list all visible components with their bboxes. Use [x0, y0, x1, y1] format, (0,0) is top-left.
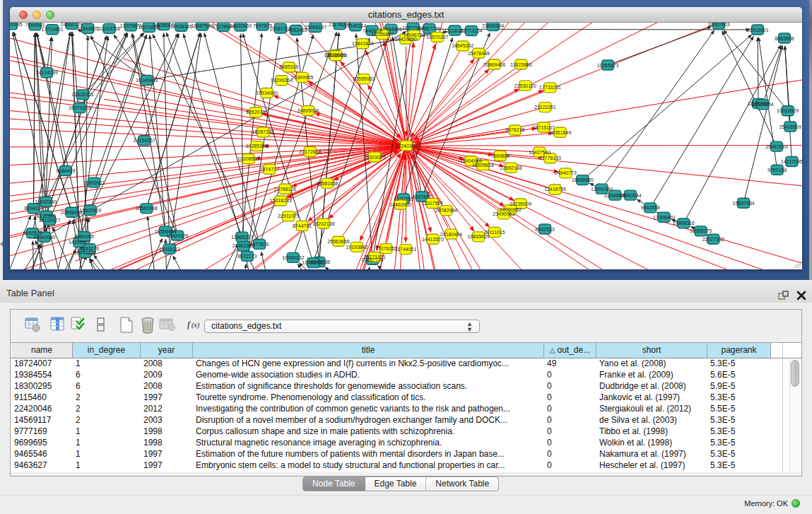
svg-text:7669885: 7669885: [490, 153, 510, 158]
table-row[interactable]: 1456911722003Disruption of a novel membe…: [11, 415, 801, 426]
svg-text:8262075: 8262075: [246, 110, 265, 115]
svg-text:11107597: 11107597: [422, 201, 443, 206]
network-canvas[interactable]: 1819099576545931771945124662129213448052…: [10, 23, 802, 269]
svg-text:15934990: 15934990: [256, 90, 278, 95]
show-columns-button[interactable]: [49, 316, 66, 336]
table-row[interactable]: 946554611997Estimation of the future num…: [11, 449, 801, 460]
table-body: 1872400712008Changes of HCN gene express…: [11, 358, 801, 472]
svg-text:17064926: 17064926: [380, 27, 402, 32]
svg-text:15933111: 15933111: [159, 247, 180, 252]
svg-text:17306460: 17306460: [653, 215, 675, 220]
column-header-name[interactable]: name: [11, 343, 73, 358]
svg-text:16902621: 16902621: [83, 180, 105, 185]
select-rows-button[interactable]: [71, 316, 86, 336]
table-header-row: namein_degreeyeartitle△out_de...shortpag…: [11, 343, 801, 358]
float-panel-icon[interactable]: [778, 290, 789, 301]
splitter-handle-icon[interactable]: [0, 241, 3, 247]
cell-name: 9777169: [11, 426, 71, 438]
cell-in_degree: 2: [73, 415, 139, 426]
table-settings-button[interactable]: [24, 316, 41, 336]
table-row[interactable]: 969969511998Structural magnetic resonanc…: [11, 438, 801, 449]
column-header-short[interactable]: short: [596, 343, 707, 358]
cell-out_de: 0: [544, 460, 595, 472]
table-row[interactable]: 2242004622012Investigating the contribut…: [11, 404, 801, 415]
column-header-pagerank[interactable]: pagerank: [707, 343, 771, 358]
delete-trash-button[interactable]: [139, 316, 156, 337]
column-header-out_de[interactable]: △out_de...: [544, 343, 596, 358]
function-button[interactable]: f(x): [186, 316, 204, 334]
row-height-button[interactable]: [96, 316, 106, 336]
svg-text:17076255: 17076255: [375, 246, 397, 251]
svg-text:25271971: 25271971: [364, 255, 386, 259]
memory-label: Memory: OK: [744, 499, 788, 508]
svg-text:17240304: 17240304: [395, 144, 417, 148]
svg-text:18463900: 18463900: [389, 202, 411, 207]
tab-network-table[interactable]: Network Table: [426, 477, 498, 491]
cell-out_de: 0: [544, 415, 595, 426]
svg-text:16351849: 16351849: [549, 130, 571, 135]
network-window-titlebar[interactable]: citations_edges.txt: [10, 7, 802, 23]
cell-short: Tibbo et al. (1998): [596, 426, 706, 438]
delete-table-disabled-button[interactable]: [158, 316, 177, 336]
svg-text:11744921: 11744921: [395, 247, 417, 252]
table-vertical-scrollbar[interactable]: [789, 359, 800, 472]
svg-text:19299364: 19299364: [271, 78, 293, 83]
cell-in_degree: 1: [73, 358, 139, 370]
cell-pagerank: 5.6E-5: [707, 370, 770, 381]
svg-text:16143443: 16143443: [136, 78, 158, 83]
svg-text:8663808: 8663808: [775, 36, 794, 41]
tab-edge-table[interactable]: Edge Table: [365, 477, 427, 491]
svg-text:22911075: 22911075: [278, 214, 300, 218]
cell-out_de: 0: [544, 370, 595, 381]
svg-text:15318233: 15318233: [270, 198, 292, 203]
cell-name: 22420046: [11, 404, 71, 415]
table-type-tabs: Node TableEdge TableNetwork Table: [302, 477, 499, 491]
cell-name: 9465546: [11, 449, 71, 460]
svg-text:14832660: 14832660: [230, 23, 252, 28]
cell-out_de: 0: [544, 438, 595, 449]
cell-short: Yano et al. (2008): [596, 358, 706, 370]
new-file-button[interactable]: [118, 316, 135, 337]
svg-text:10019529: 10019529: [777, 108, 799, 113]
table-row[interactable]: 911546021997Tourette syndrome. Phenomeno…: [11, 392, 801, 404]
svg-text:19202138: 19202138: [312, 221, 334, 226]
cell-pagerank: 5.3E-5: [707, 358, 770, 370]
cell-in_degree: 1: [73, 449, 139, 460]
scrollbar-thumb[interactable]: [791, 360, 799, 387]
memory-indicator[interactable]: Memory: OK: [744, 499, 800, 508]
resize-grip-icon[interactable]: [792, 259, 801, 269]
network-panel-background: citations_edges.txt 18190995765459317719…: [0, 0, 812, 280]
svg-text:18786791: 18786791: [302, 260, 324, 265]
cell-year: 2009: [141, 370, 192, 381]
cell-in_degree: 1: [73, 438, 139, 449]
cell-short: Franke et al. (2009): [596, 370, 706, 381]
table-row[interactable]: 1830029562008Estimation of significance …: [11, 381, 801, 392]
cell-pagerank: 5.5E-5: [707, 404, 770, 415]
cell-title: Structural magnetic resonance image aver…: [193, 438, 543, 449]
svg-text:25487610: 25487610: [765, 144, 787, 149]
svg-text:18190995: 18190995: [10, 23, 23, 27]
table-source-select[interactable]: citations_edges.txt ▲▼: [204, 320, 480, 333]
table-row[interactable]: 1872400712008Changes of HCN gene express…: [11, 358, 801, 370]
cell-short: Dudbridge et al. (2008): [596, 381, 706, 392]
svg-text:23916901: 23916901: [746, 28, 768, 33]
table-row[interactable]: 977716911998Corpus callosum shape and si…: [11, 426, 801, 438]
left-edge-strip: [0, 0, 3, 280]
svg-text:16580998: 16580998: [136, 206, 158, 211]
table-row[interactable]: 946362711997Embryonic stem cells: a mode…: [11, 460, 801, 472]
column-header-in_degree[interactable]: in_degree: [73, 343, 141, 358]
column-header-year[interactable]: year: [141, 343, 193, 358]
tab-node-table[interactable]: Node Table: [303, 477, 365, 491]
cell-pagerank: 5.3E-5: [707, 449, 770, 460]
svg-text:9760156: 9760156: [767, 168, 787, 173]
table-panel: Table Panel citations_edges.txt ▲▼ f(x): [0, 280, 812, 514]
svg-text:15478448: 15478448: [468, 51, 490, 56]
svg-text:11832840: 11832840: [35, 199, 57, 204]
cell-title: Estimation of significance thresholds fo…: [193, 381, 543, 392]
table-row[interactable]: 1938455462009Genome-wide association stu…: [11, 370, 801, 381]
column-header-title[interactable]: title: [193, 343, 544, 358]
svg-text:22172614: 22172614: [299, 149, 321, 154]
svg-text:7874777: 7874777: [260, 167, 279, 172]
svg-text:18645352: 18645352: [452, 43, 473, 48]
close-panel-icon[interactable]: [796, 291, 806, 300]
